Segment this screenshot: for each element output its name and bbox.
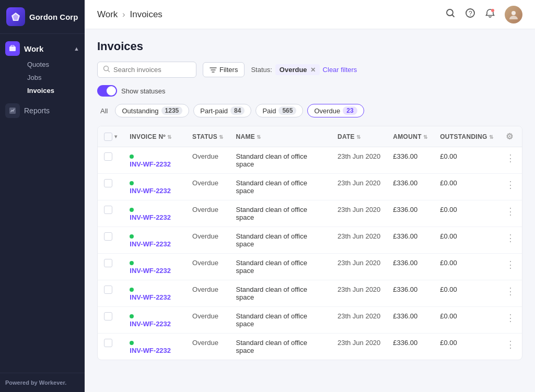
row-actions[interactable]: ⋮ xyxy=(499,280,522,307)
help-icon[interactable]: ? xyxy=(465,8,475,21)
th-amount[interactable]: AMOUNT xyxy=(387,126,434,147)
row-checkbox[interactable] xyxy=(104,179,112,187)
clear-status-tag[interactable]: ✕ xyxy=(310,66,316,74)
row-status: Overdue xyxy=(186,280,229,307)
svg-text:?: ? xyxy=(469,10,472,17)
invoice-number-link[interactable]: INV-WF-2232 xyxy=(130,320,171,328)
invoice-date: 23th Jun 2020 xyxy=(338,312,380,320)
svg-rect-2 xyxy=(9,46,16,51)
row-actions[interactable]: ⋮ xyxy=(499,307,522,334)
th-status[interactable]: STATUS xyxy=(186,126,229,147)
row-actions[interactable]: ⋮ xyxy=(499,174,522,200)
search-icon[interactable] xyxy=(445,8,456,21)
search-input[interactable] xyxy=(113,66,191,74)
invoice-number-link[interactable]: INV-WF-2232 xyxy=(130,160,171,168)
invoice-number-link[interactable]: INV-WF-2232 xyxy=(130,293,171,301)
row-actions[interactable]: ⋮ xyxy=(499,227,522,254)
company-name: Gordon Corp xyxy=(29,13,78,21)
row-checkbox[interactable] xyxy=(104,286,112,294)
row-date: 23th Jun 2020 xyxy=(331,200,387,227)
row-actions[interactable]: ⋮ xyxy=(499,147,522,174)
notification-icon[interactable] xyxy=(485,8,495,21)
sidebar-item-reports[interactable]: Reports xyxy=(0,99,85,122)
tab-paid[interactable]: Paid 565 xyxy=(255,104,303,117)
invoice-date: 23th Jun 2020 xyxy=(338,179,380,187)
invoice-number-link[interactable]: INV-WF-2232 xyxy=(130,347,171,354)
row-checkbox-cell xyxy=(98,307,123,334)
sidebar-item-quotes[interactable]: Quotes xyxy=(23,58,85,71)
row-amount: £336.00 xyxy=(387,227,434,254)
search-input-icon xyxy=(103,65,110,74)
table-row: INV-WF-2232 Overdue Standard clean of of… xyxy=(98,174,522,200)
tab-all[interactable]: All xyxy=(97,105,111,117)
avatar[interactable] xyxy=(505,6,522,23)
invoice-amount: £336.00 xyxy=(393,312,417,320)
filters-button[interactable]: Filters xyxy=(203,62,245,77)
search-box[interactable] xyxy=(97,62,196,78)
row-checkbox[interactable] xyxy=(104,232,112,241)
sidebar-section-work[interactable]: Work ▲ xyxy=(0,38,85,57)
invoice-amount: £336.00 xyxy=(393,152,417,160)
th-outstanding[interactable]: OUTSTANDING xyxy=(434,126,499,147)
invoice-amount: £336.00 xyxy=(393,206,417,213)
invoice-number-link[interactable]: INV-WF-2232 xyxy=(130,267,171,275)
th-name[interactable]: NAME xyxy=(230,126,331,147)
svg-point-4 xyxy=(447,9,453,16)
row-checkbox[interactable] xyxy=(104,152,112,161)
invoice-number-link[interactable]: INV-WF-2232 xyxy=(130,213,171,221)
row-name: Standard clean of office space xyxy=(230,174,331,200)
th-invoice-number[interactable]: INVOICE Nº xyxy=(123,126,186,147)
show-statuses-toggle[interactable] xyxy=(97,85,117,97)
row-invoice: INV-WF-2232 xyxy=(123,254,186,280)
row-status: Overdue xyxy=(186,200,229,227)
row-name: Standard clean of office space xyxy=(230,280,331,307)
invoice-number-link[interactable]: INV-WF-2232 xyxy=(130,187,171,195)
row-status: Overdue xyxy=(186,334,229,360)
row-checkbox[interactable] xyxy=(104,259,112,267)
row-actions[interactable]: ⋮ xyxy=(499,200,522,227)
status-value: Overdue xyxy=(192,312,218,320)
tab-outstanding[interactable]: Outstanding 1235 xyxy=(115,104,189,117)
tab-overdue[interactable]: Overdue 23 xyxy=(307,104,364,117)
row-date: 23th Jun 2020 xyxy=(331,147,387,174)
status-prefix: Status: xyxy=(251,66,272,74)
row-amount: £336.00 xyxy=(387,334,434,360)
sidebar-item-jobs[interactable]: Jobs xyxy=(23,71,85,84)
status-value: Overdue xyxy=(192,152,218,160)
invoice-amount: £336.00 xyxy=(393,339,417,347)
logo-area[interactable]: Gordon Corp xyxy=(0,0,85,34)
row-checkbox[interactable] xyxy=(104,206,112,214)
status-dot-icon xyxy=(130,288,134,292)
invoice-number-link[interactable]: INV-WF-2232 xyxy=(130,240,171,248)
row-invoice: INV-WF-2232 xyxy=(123,307,186,334)
status-value: Overdue xyxy=(192,206,218,213)
clear-filters-link[interactable]: Clear filters xyxy=(323,66,357,74)
tab-part-paid[interactable]: Part-paid 84 xyxy=(193,104,251,117)
status-value: Overdue xyxy=(192,179,218,187)
row-invoice: INV-WF-2232 xyxy=(123,280,186,307)
select-all-checkbox[interactable] xyxy=(104,133,112,141)
row-status: Overdue xyxy=(186,254,229,280)
row-name: Standard clean of office space xyxy=(230,254,331,280)
row-actions[interactable]: ⋮ xyxy=(499,254,522,280)
row-checkbox[interactable] xyxy=(104,312,112,320)
sidebar-section-work-label: Work xyxy=(5,41,43,56)
table-row: INV-WF-2232 Overdue Standard clean of of… xyxy=(98,280,522,307)
row-checkbox[interactable] xyxy=(104,339,112,347)
row-actions[interactable]: ⋮ xyxy=(499,334,522,360)
header-chevron-icon[interactable]: ▾ xyxy=(114,134,117,139)
breadcrumb-separator: › xyxy=(122,9,127,19)
th-settings[interactable]: ⚙ xyxy=(499,126,522,147)
row-name: Standard clean of office space xyxy=(230,334,331,360)
work-chevron-icon: ▲ xyxy=(74,45,79,52)
row-outstanding: £0.00 xyxy=(434,174,499,200)
invoice-amount: £336.00 xyxy=(393,286,417,293)
status-dot-icon xyxy=(130,341,134,345)
sidebar-item-invoices[interactable]: Invoices xyxy=(23,84,85,97)
th-date[interactable]: DATE xyxy=(331,126,387,147)
table-settings-icon[interactable]: ⚙ xyxy=(506,132,513,141)
row-date: 23th Jun 2020 xyxy=(331,227,387,254)
row-date: 23th Jun 2020 xyxy=(331,174,387,200)
breadcrumb-root: Work xyxy=(97,9,118,19)
main-content: Work › Invoices ? Invoices xyxy=(85,0,535,392)
